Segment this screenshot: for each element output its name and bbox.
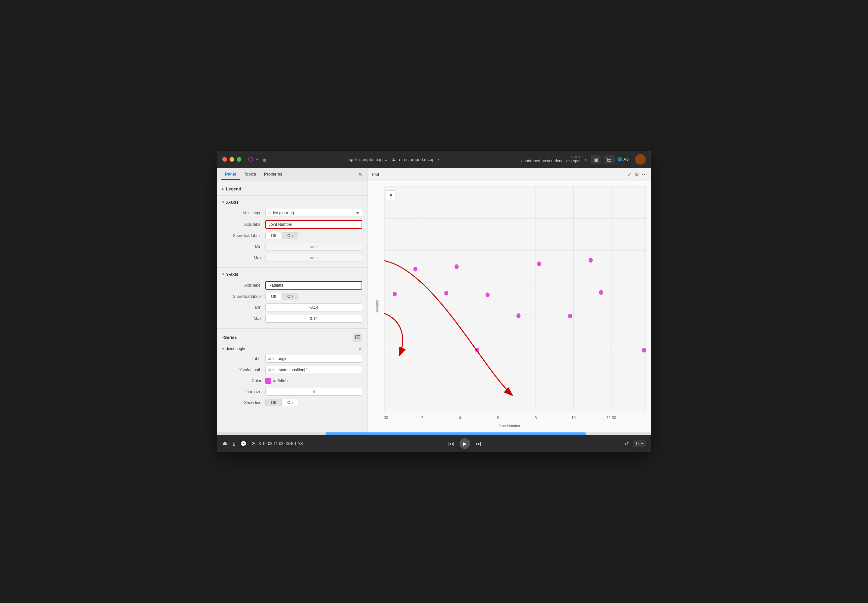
x-axis-chart-label: Joint Number [499, 424, 520, 428]
close-button[interactable] [222, 157, 227, 162]
comment-icon[interactable]: 💬 [240, 441, 247, 447]
svg-text:4: 4 [459, 415, 461, 419]
y-axis-tick-toggle: Off On [265, 293, 362, 300]
series-add-button[interactable] [353, 332, 362, 342]
x-axis-max-input[interactable] [265, 254, 362, 262]
user-globe: 🌐 AST [617, 157, 631, 162]
scroll-thumb[interactable] [326, 432, 586, 435]
panel-body: ▸ Legend ▾ X-axis Value type [217, 181, 367, 432]
record-icon[interactable]: ⏺ [222, 441, 228, 447]
play-button[interactable]: ▶ [459, 438, 470, 449]
joint-angle-linesize-value [265, 388, 362, 396]
chart-add-icon [355, 335, 360, 340]
joint-angle-showline-on[interactable]: On [282, 399, 298, 406]
filename-chevron: ▾ [437, 157, 439, 162]
left-panel: Panel Topics Problems ✕ ▸ Legend ▾ [217, 168, 368, 432]
plot-title: Plot [372, 172, 628, 177]
minimize-button[interactable] [229, 157, 234, 162]
data-point [454, 264, 459, 269]
x-axis-value-type-value: Index (current) [265, 209, 362, 217]
x-axis-tick-toggle: Off On [265, 232, 362, 240]
x-axis-header[interactable]: ▾ X-axis [217, 197, 367, 207]
x-axis-label-input[interactable] [265, 220, 362, 229]
y-axis-label-value [265, 281, 362, 289]
panel-layout-btn[interactable]: ▣ [591, 155, 601, 164]
settings-icon[interactable]: ⚙ [634, 171, 639, 178]
y-axis-label-label: Axis label [222, 283, 265, 288]
x-axis-max-value [265, 254, 362, 262]
playback-bar: ⏺ ℹ 💬 2023-10-03 11:03:06.461 AST ⏮ ▶ ⏭ … [217, 435, 651, 452]
y-axis-label-row: Axis label [217, 279, 367, 291]
split-layout-btn[interactable]: ▤ [604, 155, 615, 164]
traffic-lights [222, 157, 242, 162]
y-axis-tick-label: Show tick labels [222, 294, 265, 299]
app-icon: ⬡ [248, 156, 253, 163]
joint-angle-linesize-row: Line size [217, 386, 367, 397]
x-axis-tick-value: Off On [265, 232, 362, 240]
expand-icon[interactable]: ⤢ [628, 171, 632, 178]
y-axis-min-input[interactable] [265, 303, 362, 311]
user-initials: AST [623, 157, 631, 162]
divider-2 [217, 267, 367, 268]
joint-angle-label-row: Label [217, 353, 367, 364]
filename-label: spot_sample_bag_all_data_restamped.mcap [349, 157, 434, 162]
data-point [516, 314, 520, 319]
info-icon[interactable]: ℹ [233, 441, 235, 447]
x-axis-title: X-axis [226, 199, 239, 205]
layout-name: quadruped-boston-dynamics-spot [521, 159, 581, 163]
x-axis-min-label: Min [222, 244, 265, 249]
legend-section: ▸ Legend [217, 184, 367, 194]
divider-3 [217, 328, 367, 329]
skip-back-button[interactable]: ⏮ [448, 441, 454, 447]
joint-angle-showline-off[interactable]: Off [265, 399, 282, 406]
main-content: Panel Topics Problems ✕ ▸ Legend ▾ [217, 168, 651, 432]
joint-angle-label-input[interactable] [265, 355, 362, 363]
x-axis-min-input[interactable] [265, 243, 362, 250]
tab-panel[interactable]: Panel [221, 169, 240, 180]
x-axis-value-type-select[interactable]: Index (current) [265, 209, 362, 217]
joint-angle-color-swatch[interactable] [265, 378, 271, 384]
data-point [485, 292, 490, 297]
repeat-icon[interactable]: ↺ [625, 441, 629, 447]
x-axis-tick-label: Show tick labels [222, 233, 265, 238]
svg-rect-3 [384, 187, 646, 411]
joint-angle-color-row: Color #e34fdb [217, 376, 367, 386]
y-axis-max-input[interactable] [265, 315, 362, 323]
tab-topics[interactable]: Topics [240, 169, 260, 180]
plot-area: 3.1 3 2.0 1.0 0 -1.0 -2.0 -3.0 -3.1 0.00… [368, 181, 651, 432]
x-axis-tick-off[interactable]: Off [265, 232, 282, 240]
x-axis-label-value [265, 220, 362, 229]
y-axis-tick-on[interactable]: On [282, 293, 298, 300]
x-axis-tick-on[interactable]: On [282, 232, 298, 240]
speed-label: 1× [636, 441, 640, 446]
more-icon[interactable]: ⋯ [642, 171, 647, 178]
joint-angle-close-button[interactable]: ✕ [358, 346, 362, 351]
joint-angle-field-value [265, 355, 362, 363]
panel-close-button[interactable]: ✕ [356, 170, 364, 179]
divider-1 [217, 195, 367, 196]
svg-text:8: 8 [535, 415, 536, 419]
tab-problems[interactable]: Problems [260, 169, 286, 180]
user-avatar[interactable] [635, 154, 646, 165]
legend-title: Legend [226, 187, 241, 192]
y-axis-min-value [265, 303, 362, 311]
layout-chevron: ▾ [584, 157, 587, 162]
y-axis-header[interactable]: ▾ Y-axis [217, 269, 367, 279]
speed-chevron: ▾ [641, 441, 643, 446]
scroll-bar[interactable] [217, 432, 651, 435]
y-axis-label-input[interactable] [265, 281, 362, 289]
joint-angle-linesize-input[interactable] [265, 388, 362, 396]
plot-header-icons: ⤢ ⚙ ⋯ [628, 171, 647, 178]
skip-forward-button[interactable]: ⏭ [475, 441, 481, 447]
x-axis-max-label: Max [222, 255, 265, 260]
speed-button[interactable]: 1× ▾ [633, 441, 646, 447]
joint-angle-ypath-input[interactable] [265, 366, 362, 374]
maximize-button[interactable] [237, 157, 242, 162]
y-axis-tick-off[interactable]: Off [265, 293, 282, 300]
legend-header[interactable]: ▸ Legend [217, 184, 367, 194]
right-panel: Plot ⤢ ⚙ ⋯ [368, 168, 651, 432]
y-axis-max-row: Max [217, 313, 367, 324]
y-axis-max-value [265, 315, 362, 323]
y-axis-tick-value: Off On [265, 293, 362, 300]
x-axis-label-row: Axis label [217, 218, 367, 230]
